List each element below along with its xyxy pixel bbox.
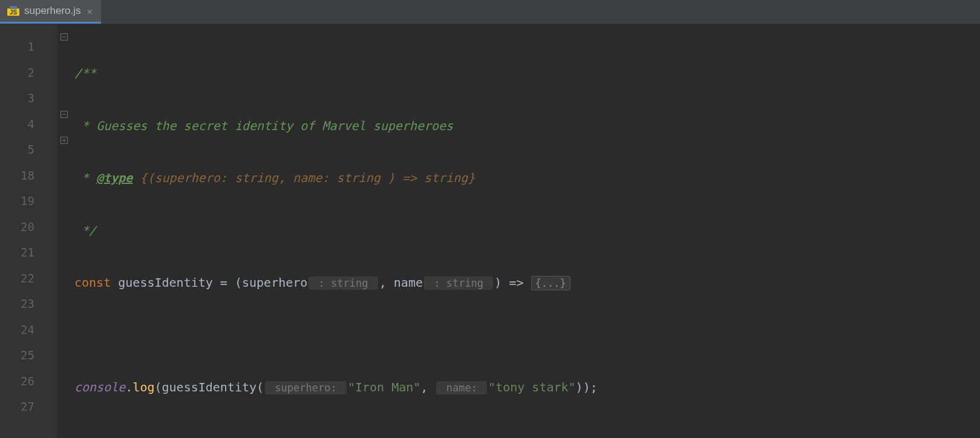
- type-hint: : string: [309, 276, 377, 290]
- line-number: 4: [0, 111, 57, 137]
- tab-bar: JS superhero.js ✕: [0, 0, 980, 24]
- code-line: [74, 427, 980, 439]
- line-number-gutter: 1 2 3 4 5 18 19 20 21 22 23 24 25 26 27: [0, 24, 57, 438]
- tab-filename: superhero.js: [24, 5, 81, 17]
- fold-collapse-icon[interactable]: [59, 31, 70, 42]
- file-tab[interactable]: JS superhero.js ✕: [0, 0, 101, 24]
- line-number: 18: [0, 163, 57, 189]
- type-hint: : string: [424, 276, 493, 290]
- code-area[interactable]: /** * Guesses the secret identity of Mar…: [72, 24, 980, 438]
- svg-rect-2: [10, 6, 17, 9]
- editor-area: 1 2 3 4 5 18 19 20 21 22 23 24 25 26 27 …: [0, 24, 980, 438]
- fold-end-icon[interactable]: [59, 109, 70, 120]
- line-number: 24: [0, 317, 57, 343]
- line-number: 20: [0, 214, 57, 240]
- js-file-icon: JS: [7, 5, 19, 17]
- code-line: * @type {(superhero: string, name: strin…: [74, 165, 980, 191]
- code-line: const guessIdentity = (superhero : strin…: [74, 270, 980, 296]
- line-number: 26: [0, 368, 57, 394]
- line-number: 5: [0, 137, 57, 163]
- code-line: /**: [74, 60, 980, 87]
- code-line: [74, 322, 980, 348]
- line-number: 3: [0, 85, 57, 111]
- line-number: 27: [0, 394, 57, 420]
- line-number: 23: [0, 291, 57, 317]
- line-number: 22: [0, 266, 57, 292]
- line-number: 2: [0, 60, 57, 86]
- fold-gutter: [57, 24, 72, 438]
- folded-code[interactable]: {...}: [531, 276, 570, 290]
- code-line: */: [74, 218, 980, 244]
- param-hint: superhero:: [265, 381, 347, 394]
- fold-expand-icon[interactable]: [59, 135, 70, 146]
- code-line: * Guesses the secret identity of Marvel …: [74, 113, 980, 139]
- line-number: 1: [0, 34, 57, 60]
- line-number: 21: [0, 240, 57, 266]
- line-number: 25: [0, 342, 57, 368]
- svg-text:JS: JS: [10, 9, 18, 16]
- code-line: console.log(guessIdentity( superhero: "I…: [74, 374, 980, 400]
- param-hint: name:: [436, 381, 487, 394]
- close-icon[interactable]: ✕: [86, 5, 94, 17]
- line-number: 19: [0, 188, 57, 214]
